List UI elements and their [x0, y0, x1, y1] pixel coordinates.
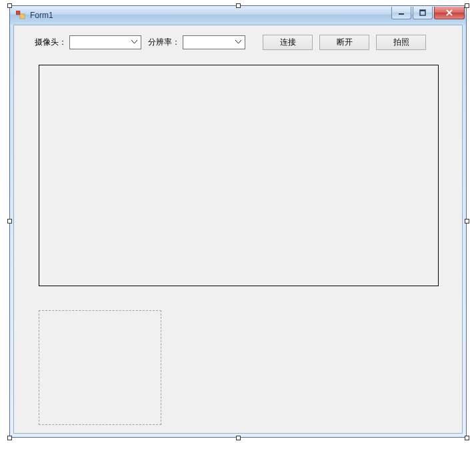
video-preview-panel	[39, 65, 439, 286]
resize-handle-middle-right[interactable]	[465, 219, 469, 223]
resize-handle-bottom-left[interactable]	[7, 436, 12, 440]
camera-label: 摄像头：	[35, 37, 67, 48]
svg-rect-0	[16, 11, 20, 15]
svg-rect-2	[399, 13, 404, 15]
window-title: Form1	[30, 11, 53, 20]
connect-button[interactable]: 连接	[263, 35, 313, 50]
titlebar[interactable]: Form1	[10, 6, 466, 25]
minimize-button[interactable]	[391, 7, 411, 19]
svg-rect-1	[20, 14, 25, 19]
app-icon	[15, 10, 26, 21]
disconnect-button[interactable]: 断开	[319, 35, 369, 50]
resize-handle-bottom-middle[interactable]	[236, 436, 241, 440]
form-window: Form1 摄像头：	[9, 5, 467, 438]
svg-rect-4	[420, 10, 425, 11]
snapshot-button[interactable]: 拍照	[376, 35, 426, 50]
client-area: 摄像头： 分辨率： 连接 断开 拍照	[15, 26, 461, 432]
resize-handle-bottom-right[interactable]	[465, 436, 469, 440]
thumbnail-panel	[39, 310, 161, 425]
resize-handle-top-middle[interactable]	[236, 3, 241, 8]
resize-handle-middle-left[interactable]	[7, 219, 12, 223]
close-button[interactable]	[434, 7, 465, 19]
camera-combobox[interactable]	[69, 35, 141, 49]
chevron-down-icon	[233, 37, 244, 48]
chevron-down-icon	[129, 37, 140, 48]
resolution-combobox[interactable]	[183, 35, 245, 49]
toolbar: 摄像头： 分辨率： 连接 断开 拍照	[35, 34, 447, 50]
resize-handle-top-left[interactable]	[7, 3, 12, 8]
resize-handle-top-right[interactable]	[465, 3, 469, 8]
maximize-button[interactable]	[413, 7, 433, 19]
resolution-label: 分辨率：	[148, 37, 180, 48]
